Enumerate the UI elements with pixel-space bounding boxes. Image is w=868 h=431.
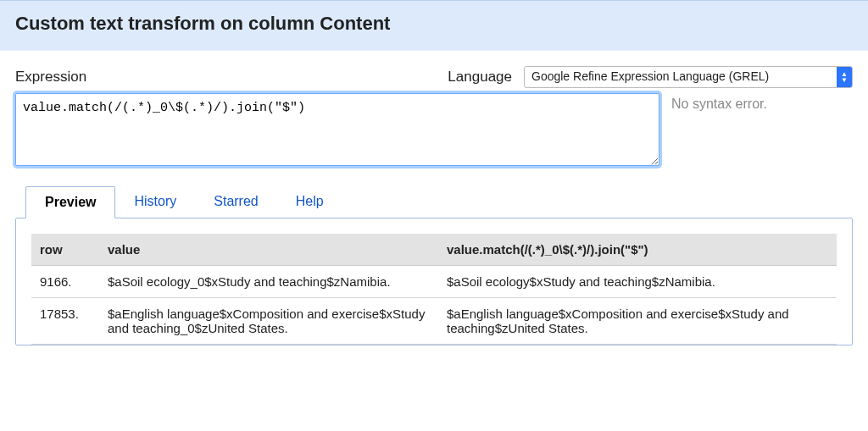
cell-result: $aEnglish language$xComposition and exer… (438, 298, 837, 345)
preview-table: row value value.match(/(.*)_0\$(.*)/).jo… (31, 234, 837, 345)
language-select-value: Google Refine Expression Language (GREL) (525, 67, 837, 87)
col-header-result: value.match(/(.*)_0\$(.*)/).join("$") (438, 234, 837, 266)
cell-value: $aSoil ecology_0$xStudy and teaching$zNa… (99, 266, 438, 298)
table-row: 9166. $aSoil ecology_0$xStudy and teachi… (31, 266, 837, 298)
tab-help[interactable]: Help (277, 186, 342, 218)
dialog-title: Custom text transform on column Content (15, 13, 853, 35)
preview-panel: row value value.match(/(.*)_0\$(.*)/).jo… (15, 218, 853, 345)
updown-icon: ▲▼ (837, 67, 852, 87)
dialog-titlebar: Custom text transform on column Content (0, 0, 868, 51)
col-header-value: value (99, 234, 438, 266)
expression-input[interactable] (15, 93, 659, 166)
col-header-row: row (31, 234, 99, 266)
tabs: Preview History Starred Help (25, 186, 853, 218)
table-row: 17853. $aEnglish language$xComposition a… (31, 298, 837, 345)
cell-row: 17853. (31, 298, 99, 345)
syntax-status: No syntax error. (671, 93, 853, 166)
expression-label: Expression (15, 69, 86, 86)
tab-history[interactable]: History (115, 186, 195, 218)
tab-preview[interactable]: Preview (25, 186, 115, 218)
cell-value: $aEnglish language$xComposition and exer… (99, 298, 438, 345)
language-label: Language (448, 69, 512, 86)
tab-starred[interactable]: Starred (195, 186, 276, 218)
cell-result: $aSoil ecology$xStudy and teaching$zNami… (438, 266, 837, 298)
language-select[interactable]: Google Refine Expression Language (GREL)… (524, 66, 853, 88)
cell-row: 9166. (31, 266, 99, 298)
